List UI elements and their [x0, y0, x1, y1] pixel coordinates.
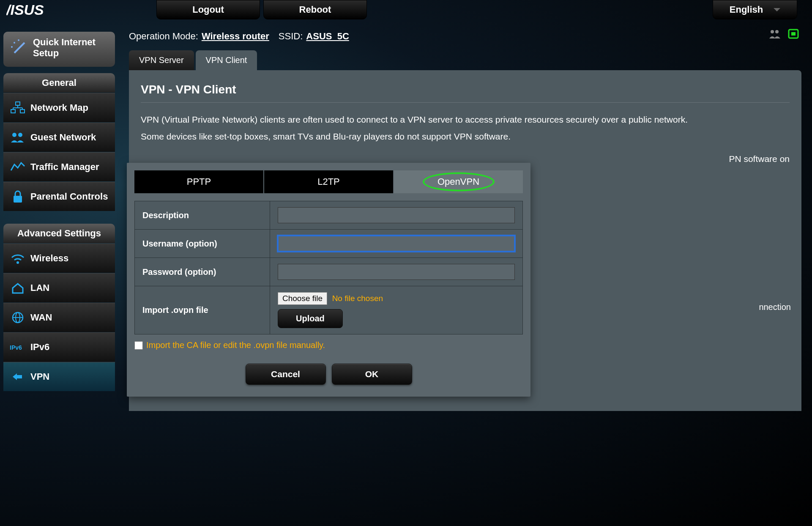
ssid-label: SSID:	[279, 31, 303, 42]
svg-line-1	[14, 43, 25, 53]
globe-icon	[9, 311, 26, 324]
sidebar-item-parental-controls[interactable]: Parental Controls	[3, 182, 115, 211]
description-label: Description	[135, 201, 270, 230]
import-ca-label[interactable]: Import the CA file or edit the .ovpn fil…	[146, 340, 325, 350]
network-map-icon	[9, 101, 26, 115]
page-title: VPN - VPN Client	[141, 83, 790, 96]
protocol-tabs: PPTP L2TP OpenVPN	[134, 170, 523, 193]
cancel-button[interactable]: Cancel	[246, 364, 326, 385]
protocol-tab-pptp[interactable]: PPTP	[134, 170, 263, 193]
choose-file-button[interactable]: Choose file	[278, 292, 327, 305]
protocol-tab-l2tp[interactable]: L2TP	[264, 170, 393, 193]
tab-vpn-client[interactable]: VPN Client	[196, 50, 257, 70]
sidebar-item-label: IPv6	[30, 342, 49, 353]
add-profile-dialog: PPTP L2TP OpenVPN Description Username (…	[127, 163, 530, 397]
import-label: Import .ovpn file	[135, 286, 270, 334]
sidebar-item-guest-network[interactable]: Guest Network	[3, 123, 115, 152]
sidebar: Quick Internet Setup General Network Map…	[0, 23, 118, 411]
svg-rect-6	[11, 110, 15, 113]
reboot-button[interactable]: Reboot	[263, 0, 367, 19]
sidebar-item-label: WAN	[30, 312, 52, 323]
description-2: Some devices like set-top boxes, smart T…	[141, 130, 790, 143]
logout-button[interactable]: Logout	[156, 0, 260, 19]
ipv6-icon: IPv6	[9, 340, 26, 354]
sidebar-item-wireless[interactable]: Wireless	[3, 244, 115, 273]
guest-network-icon	[9, 131, 26, 144]
password-label: Password (option)	[135, 258, 270, 286]
sidebar-item-ipv6[interactable]: IPv6 IPv6	[3, 332, 115, 362]
wand-icon	[10, 38, 29, 57]
description-input[interactable]	[278, 207, 515, 223]
sidebar-item-label: LAN	[30, 282, 49, 293]
sidebar-item-label: Guest Network	[30, 132, 96, 143]
svg-rect-7	[20, 110, 25, 113]
wifi-icon	[9, 252, 26, 265]
sidebar-item-label: Parental Controls	[30, 191, 108, 202]
description-1: VPN (Virtual Private Network) clients ar…	[141, 113, 790, 126]
top-header: /ISUS Logout Reboot English	[0, 0, 812, 23]
traffic-manager-icon	[9, 160, 26, 174]
vpn-icon	[9, 370, 26, 384]
internet-status-icon[interactable]	[787, 28, 799, 39]
username-label: Username (option)	[135, 230, 270, 258]
ssid-value[interactable]: ASUS_5C	[306, 31, 349, 42]
ok-button[interactable]: OK	[332, 364, 412, 385]
svg-point-20	[771, 30, 774, 33]
sidebar-item-label: VPN	[30, 371, 49, 382]
section-header-general: General	[3, 73, 115, 93]
language-selector[interactable]: English	[713, 0, 797, 19]
upload-button[interactable]: Upload	[278, 309, 343, 328]
svg-point-12	[12, 133, 16, 137]
sidebar-item-label: Network Map	[30, 102, 88, 113]
svg-rect-5	[16, 102, 20, 105]
home-icon	[9, 281, 26, 295]
status-bar: Operation Mode: Wireless router SSID: AS…	[129, 31, 801, 42]
chevron-down-icon	[774, 8, 780, 11]
section-header-advanced: Advanced Settings	[3, 224, 115, 243]
svg-text:IPv6: IPv6	[10, 344, 22, 351]
language-label: English	[730, 4, 763, 15]
protocol-tab-openvpn[interactable]: OpenVPN	[394, 170, 523, 193]
tab-bar: VPN Server VPN Client	[129, 50, 801, 70]
username-input[interactable]	[278, 236, 515, 252]
op-mode-label: Operation Mode:	[129, 31, 198, 42]
svg-point-3	[18, 39, 19, 41]
sidebar-item-vpn[interactable]: VPN	[3, 362, 115, 391]
import-ca-checkbox[interactable]	[134, 341, 143, 350]
tab-vpn-server[interactable]: VPN Server	[129, 50, 194, 70]
sidebar-item-network-map[interactable]: Network Map	[3, 93, 115, 122]
sidebar-item-wan[interactable]: WAN	[3, 303, 115, 332]
svg-point-4	[11, 46, 13, 48]
sidebar-item-label: Traffic Manager	[30, 162, 99, 173]
table-header-connection-partial: nnection	[759, 302, 791, 312]
quick-internet-setup-button[interactable]: Quick Internet Setup	[3, 32, 115, 67]
svg-rect-23	[791, 32, 796, 36]
asus-logo: /ISUS	[6, 2, 72, 19]
svg-rect-14	[14, 196, 22, 203]
clients-icon[interactable]	[768, 28, 781, 39]
sidebar-item-traffic-manager[interactable]: Traffic Manager	[3, 152, 115, 181]
svg-point-2	[14, 42, 15, 44]
highlight-circle-icon	[423, 173, 495, 192]
svg-point-13	[18, 133, 22, 137]
qis-label: Quick Internet Setup	[33, 37, 105, 59]
svg-text:/ISUS: /ISUS	[6, 2, 44, 18]
file-chosen-status: No file chosen	[332, 294, 383, 303]
divider	[141, 102, 790, 103]
profile-form: Description Username (option) Password (…	[134, 201, 523, 334]
sidebar-item-lan[interactable]: LAN	[3, 273, 115, 302]
sidebar-item-label: Wireless	[30, 253, 68, 264]
lock-icon	[9, 190, 26, 203]
op-mode-value[interactable]: Wireless router	[202, 31, 269, 42]
svg-point-15	[16, 261, 19, 264]
password-input[interactable]	[278, 264, 515, 280]
svg-point-21	[775, 30, 779, 33]
